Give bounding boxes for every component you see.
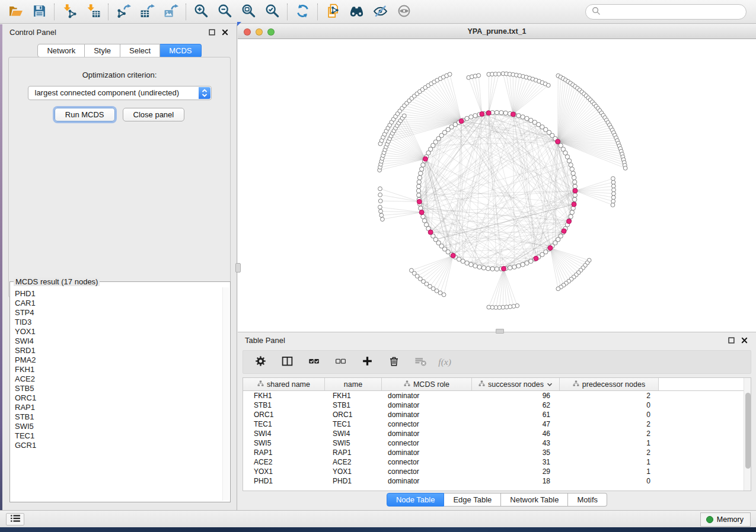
table-row[interactable]: YOX1YOX1connector291 — [243, 467, 751, 476]
column-header-predecessor-nodes[interactable]: predecessor nodes — [560, 378, 659, 390]
table-row[interactable]: FKH1FKH1dominator962 — [243, 391, 751, 400]
close-panel-icon[interactable] — [220, 28, 229, 37]
mcds-result-item[interactable]: SWI4 — [15, 336, 229, 346]
network-graph[interactable] — [238, 39, 756, 332]
tab-select[interactable]: Select — [120, 44, 160, 57]
export-network-button[interactable] — [111, 2, 135, 22]
mcds-result-item[interactable]: SWI5 — [15, 422, 229, 431]
result-scrollbar[interactable] — [222, 287, 229, 501]
zoom-in-button[interactable] — [189, 2, 213, 22]
column-header-successor-nodes[interactable]: successor nodes — [472, 378, 560, 390]
new-network-from-selection-button[interactable] — [321, 2, 344, 22]
new-network-from-selection-icon — [326, 4, 340, 20]
mcds-result-item[interactable]: STB1 — [15, 412, 229, 422]
window-maximize-button[interactable] — [267, 28, 275, 36]
table-mode-button[interactable] — [279, 353, 295, 371]
table-row[interactable]: SWI5SWI5connector431 — [243, 438, 751, 448]
table-tab-motifs[interactable]: Motifs — [568, 493, 607, 507]
table-tab-edge-table[interactable]: Edge Table — [444, 493, 501, 507]
float-panel-icon[interactable] — [207, 28, 216, 37]
mcds-result-item[interactable]: ORC1 — [15, 393, 229, 403]
table-mode-icon — [281, 355, 294, 369]
cell-successor-nodes: 61 — [472, 411, 560, 419]
first-neighbors-button[interactable] — [344, 2, 368, 22]
mcds-result-item[interactable]: CAR1 — [15, 299, 229, 308]
import-table-button[interactable] — [81, 2, 105, 22]
open-session-button[interactable] — [4, 2, 27, 22]
toolbar-separator — [186, 4, 186, 20]
mcds-result-item[interactable]: TID3 — [15, 318, 229, 327]
mcds-result-item[interactable]: PHD1 — [15, 289, 229, 299]
task-history-button[interactable] — [6, 513, 24, 525]
import-network-button[interactable] — [58, 2, 81, 22]
table-row[interactable]: SWI4SWI4dominator462 — [243, 429, 751, 438]
control-panel-title: Control Panel — [9, 28, 203, 37]
window-minimize-button[interactable] — [256, 28, 263, 36]
zoom-selected-button[interactable] — [260, 2, 284, 22]
mcds-result-item[interactable]: YOX1 — [15, 327, 229, 336]
mcds-result-item[interactable]: PMA2 — [15, 355, 229, 365]
mcds-result-item[interactable]: GCR1 — [15, 441, 229, 450]
table-row[interactable]: PHD1PHD1dominator180 — [243, 476, 751, 486]
mcds-result-item[interactable]: FKH1 — [15, 365, 229, 374]
table-row[interactable]: RAP1RAP1dominator352 — [243, 448, 751, 457]
table-tab-node-table[interactable]: Node Table — [387, 493, 445, 507]
cell-name: SWI4 — [325, 430, 382, 438]
tab-style[interactable]: Style — [85, 44, 120, 57]
toolbar-separator — [287, 4, 288, 20]
first-neighbors-icon — [349, 4, 364, 20]
table-row[interactable]: TEC1TEC1connector472 — [243, 419, 751, 429]
export-image-button[interactable] — [159, 2, 183, 22]
zoom-out-button[interactable] — [213, 2, 237, 22]
mcds-result-item[interactable]: ACE2 — [15, 374, 229, 384]
criterion-select[interactable]: largest connected component (undirected) — [28, 86, 212, 100]
zoom-fit-button[interactable] — [237, 2, 260, 22]
show-all-button[interactable] — [392, 2, 416, 22]
panel-divider-grip[interactable] — [235, 263, 241, 273]
table-scrollbar[interactable] — [744, 378, 751, 491]
window-close-button[interactable] — [244, 28, 251, 36]
settings-gear-button[interactable] — [253, 353, 268, 371]
table-divider-grip[interactable] — [496, 329, 504, 334]
apply-layout-icon — [295, 4, 310, 20]
export-image-icon — [164, 4, 178, 20]
tab-network[interactable]: Network — [37, 44, 85, 57]
mcds-result-item[interactable]: TEC1 — [15, 431, 229, 441]
mcds-result-item[interactable]: STP4 — [15, 308, 229, 318]
save-session-button[interactable] — [27, 2, 51, 22]
column-header-mcds-role[interactable]: MCDS role — [382, 378, 472, 390]
cell-predecessor-nodes: 2 — [560, 430, 659, 438]
export-table-icon — [140, 4, 155, 20]
cell-predecessor-nodes: 1 — [560, 458, 659, 466]
table-tab-network-table[interactable]: Network Table — [501, 493, 568, 507]
table-row[interactable]: ACE2ACE2connector311 — [243, 457, 751, 467]
mcds-result-item[interactable]: SRD1 — [15, 346, 229, 355]
mcds-result-item[interactable]: RAP1 — [15, 403, 229, 412]
float-table-panel-icon[interactable] — [726, 336, 736, 345]
hide-selection-button[interactable] — [368, 2, 392, 22]
run-mcds-button[interactable]: Run MCDS — [55, 108, 115, 121]
close-panel-button[interactable]: Close panel — [123, 108, 185, 121]
deselect-all-button[interactable] — [333, 353, 348, 371]
network-canvas[interactable] — [238, 39, 756, 332]
tab-mcds[interactable]: MCDS — [160, 44, 201, 57]
column-header-shared-name[interactable]: shared name — [243, 378, 325, 390]
delete-column-button[interactable] — [386, 353, 401, 371]
main-toolbar — [0, 0, 756, 24]
memory-button[interactable]: Memory — [700, 512, 751, 527]
search-input[interactable] — [604, 8, 740, 17]
cell-name: FKH1 — [325, 392, 382, 400]
control-panel-header: Control Panel — [2, 24, 237, 40]
memory-label: Memory — [717, 515, 744, 524]
table-row[interactable]: ORC1ORC1dominator610 — [243, 410, 751, 419]
export-table-button[interactable] — [135, 2, 159, 22]
column-type-icon — [257, 380, 264, 389]
mcds-result-item[interactable]: STB5 — [15, 384, 229, 393]
table-row[interactable]: STB1STB1dominator620 — [243, 400, 751, 410]
column-header-name[interactable]: name — [325, 378, 382, 390]
select-all-button[interactable] — [306, 353, 321, 371]
create-column-button[interactable] — [359, 353, 375, 371]
close-table-panel-icon[interactable] — [739, 336, 749, 345]
apply-layout-button[interactable] — [291, 2, 314, 22]
table-scrollbar-thumb[interactable] — [745, 393, 751, 469]
